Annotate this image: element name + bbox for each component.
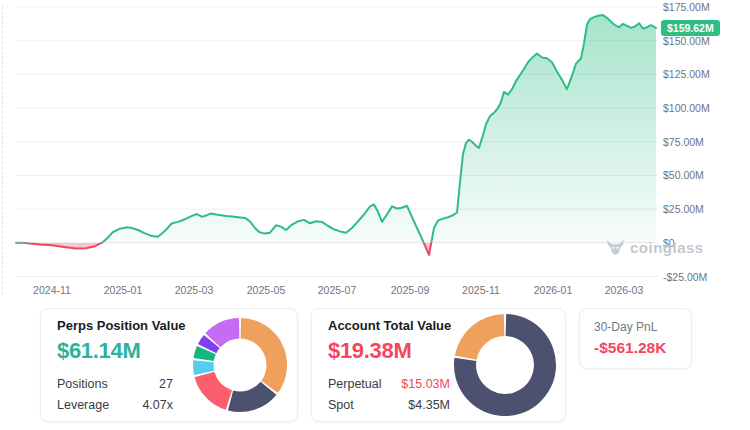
leverage-row: Leverage 4.07x <box>57 398 173 413</box>
x-tick-label: 2025-07 <box>305 284 369 296</box>
coinglass-position-dashboard: $175.00M$150.00M$125.00M$100.00M$75.00M$… <box>0 0 750 430</box>
x-tick-label: 2024-11 <box>20 284 84 296</box>
summary-cards: Perps Position Value $61.14M Positions 2… <box>40 308 692 422</box>
spot-label: Spot <box>328 398 354 413</box>
perpetual-label: Perpetual <box>328 377 382 392</box>
donut-segment-segment-1[interactable] <box>241 318 287 393</box>
donut-segment-segment-3[interactable] <box>195 372 232 410</box>
y-tick-label: $175.00M <box>663 0 710 14</box>
spot-value: $4.35M <box>408 398 450 413</box>
account-total-card: Account Total Value $19.38M Perpetual $1… <box>311 308 566 422</box>
y-tick-label: $75.00M <box>663 135 704 149</box>
x-tick-label: 2025-05 <box>234 284 298 296</box>
x-tick-label: 2026-01 <box>521 284 585 296</box>
perps-card-text: Perps Position Value $61.14M Positions 2… <box>57 318 173 413</box>
x-tick-label: 2025-09 <box>378 284 442 296</box>
positions-label: Positions <box>57 377 108 392</box>
watermark-label: coinglass <box>630 239 704 256</box>
account-total-value: $19.38M <box>328 338 450 364</box>
perps-position-card: Perps Position Value $61.14M Positions 2… <box>40 308 298 422</box>
leverage-value: 4.07x <box>142 398 173 413</box>
y-tick-label: $100.00M <box>663 101 710 115</box>
positions-row: Positions 27 <box>57 377 173 392</box>
x-tick-label: 2026-03 <box>592 284 656 296</box>
perps-card-title: Perps Position Value <box>57 318 173 333</box>
spot-row: Spot $4.35M <box>328 398 450 413</box>
account-card-text: Account Total Value $19.38M Perpetual $1… <box>328 318 450 413</box>
coinglass-bull-icon <box>606 238 625 257</box>
x-tick-label: 2025-01 <box>91 284 155 296</box>
y-tick-label: $25.00M <box>663 202 704 216</box>
current-value-badge: $159.62M <box>661 20 720 36</box>
donut-segment-spot[interactable] <box>455 314 504 360</box>
positions-count: 27 <box>159 377 173 392</box>
account-card-title: Account Total Value <box>328 318 450 333</box>
perps-allocation-donut[interactable] <box>191 316 289 414</box>
y-tick-label: -$25.00M <box>663 270 707 284</box>
account-split-donut[interactable] <box>453 313 557 417</box>
y-tick-label: $150.00M <box>663 34 710 48</box>
pnl-card: 30-Day PnL -$561.28K <box>579 308 692 369</box>
pnl-card-title: 30-Day PnL <box>594 320 677 334</box>
perps-position-value: $61.14M <box>57 338 173 364</box>
y-tick-label: $50.00M <box>663 168 704 182</box>
x-tick-label: 2025-11 <box>449 284 513 296</box>
perpetual-row: Perpetual $15.03M <box>328 377 450 392</box>
position-value-chart[interactable]: $175.00M$150.00M$125.00M$100.00M$75.00M$… <box>0 0 750 300</box>
chart-area-positive <box>16 15 656 255</box>
leverage-label: Leverage <box>57 398 109 413</box>
y-tick-label: $125.00M <box>663 67 710 81</box>
perpetual-value: $15.03M <box>401 377 450 392</box>
pnl-value: -$561.28K <box>594 339 677 357</box>
coinglass-watermark: coinglass <box>606 238 704 257</box>
x-tick-label: 2025-03 <box>162 284 226 296</box>
